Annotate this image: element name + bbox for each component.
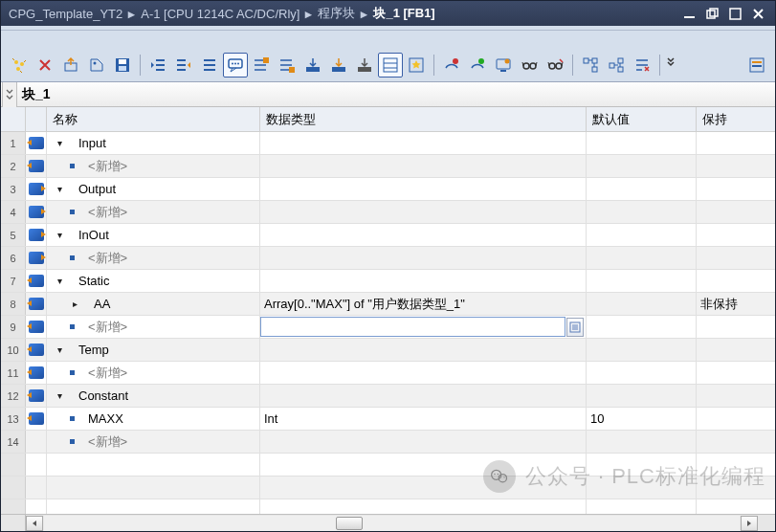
tool-indent-icon[interactable]: [171, 53, 196, 78]
datatype-cell[interactable]: [260, 201, 587, 223]
tool-go-offline-icon[interactable]: [465, 53, 490, 78]
datatype-cell[interactable]: [260, 224, 587, 246]
tool-go-online-icon[interactable]: [439, 53, 464, 78]
row-number[interactable]: 10: [1, 339, 26, 361]
row-number[interactable]: 3: [1, 178, 26, 200]
tool-download-b-icon[interactable]: [326, 53, 351, 78]
datatype-cell[interactable]: [260, 178, 587, 200]
name-cell[interactable]: <新增>: [47, 155, 260, 177]
datatype-cell[interactable]: [260, 132, 587, 154]
datatype-cell[interactable]: Int: [260, 408, 587, 430]
name-cell[interactable]: ▾Output: [47, 178, 260, 200]
retain-cell[interactable]: [697, 132, 775, 154]
datatype-cell[interactable]: Array[0.."MAX"] of "用户数据类型_1": [260, 293, 587, 315]
default-cell[interactable]: [587, 224, 697, 246]
scroll-track[interactable]: [44, 516, 740, 531]
retain-cell[interactable]: [697, 316, 775, 338]
retain-cell[interactable]: [697, 178, 775, 200]
row-number[interactable]: 13: [1, 408, 26, 430]
tool-glasses-alt-icon[interactable]: [543, 53, 567, 78]
default-cell[interactable]: [587, 316, 697, 338]
default-cell[interactable]: [587, 339, 697, 361]
tool-download-a-icon[interactable]: [300, 53, 325, 78]
table-row[interactable]: 14<新增>: [1, 431, 775, 454]
chevron-down-icon[interactable]: ▾: [55, 184, 65, 194]
table-row[interactable]: 10▾Temp: [1, 339, 775, 362]
default-cell[interactable]: [587, 270, 697, 292]
datatype-cell[interactable]: [260, 155, 587, 177]
table-row[interactable]: 3▾Output: [1, 178, 775, 201]
scroll-thumb[interactable]: [336, 517, 363, 530]
tool-monitor-icon[interactable]: [491, 53, 516, 78]
table-row[interactable]: 7▾Static: [1, 270, 775, 293]
maximize-button[interactable]: [723, 4, 746, 23]
horizontal-scrollbar[interactable]: [1, 514, 775, 531]
close-button[interactable]: [746, 4, 769, 23]
table-row[interactable]: 2<新增>: [1, 155, 775, 178]
default-cell[interactable]: [587, 385, 697, 407]
datatype-cell[interactable]: [260, 339, 587, 361]
row-number[interactable]: 6: [1, 247, 26, 269]
col-retain[interactable]: 保持: [697, 107, 775, 131]
datatype-cell[interactable]: [260, 247, 587, 269]
retain-cell[interactable]: [697, 408, 775, 430]
retain-cell[interactable]: [697, 247, 775, 269]
breadcrumb-item[interactable]: A-1 [CPU 1214C AC/DC/Rly]: [141, 7, 299, 21]
chevron-right-icon[interactable]: ▸: [70, 299, 80, 309]
default-cell[interactable]: [587, 178, 697, 200]
table-row[interactable]: 6<新增>: [1, 247, 775, 270]
datatype-cell[interactable]: [260, 270, 587, 292]
tool-call-structure-icon[interactable]: [578, 53, 603, 78]
retain-cell[interactable]: [697, 339, 775, 361]
tool-overflow-icon[interactable]: [665, 53, 676, 78]
datatype-cell[interactable]: [260, 362, 587, 384]
chevron-down-icon[interactable]: ▾: [55, 230, 65, 240]
chevron-down-icon[interactable]: ▾: [55, 390, 65, 401]
name-cell[interactable]: ▾Temp: [47, 339, 260, 361]
tool-delete-icon[interactable]: [33, 53, 57, 78]
default-cell[interactable]: [587, 155, 697, 177]
row-number[interactable]: 7: [1, 270, 26, 292]
table-row[interactable]: 13MAXXInt10: [1, 408, 775, 431]
col-datatype[interactable]: 数据类型: [260, 107, 587, 131]
row-number[interactable]: 5: [1, 224, 26, 246]
row-number[interactable]: 4: [1, 201, 26, 223]
datatype-cell[interactable]: [260, 385, 587, 407]
col-name[interactable]: 名称: [47, 107, 260, 131]
breadcrumb-item[interactable]: CPG_Template_YT2: [9, 7, 122, 21]
row-number[interactable]: 2: [1, 155, 26, 177]
tool-export-icon[interactable]: [58, 53, 83, 78]
tool-glasses-icon[interactable]: [517, 53, 542, 78]
retain-cell[interactable]: [697, 224, 775, 246]
default-cell[interactable]: [587, 132, 697, 154]
tool-tag-icon[interactable]: [84, 53, 109, 78]
tool-compare-icon[interactable]: [630, 53, 654, 78]
name-cell[interactable]: <新增>: [47, 362, 260, 384]
tool-outdent-icon[interactable]: [145, 53, 170, 78]
name-cell[interactable]: <新增>: [47, 247, 260, 269]
name-cell[interactable]: ▸AA: [47, 293, 260, 315]
name-cell[interactable]: <新增>: [47, 316, 260, 338]
row-number[interactable]: 11: [1, 362, 26, 384]
row-number[interactable]: 12: [1, 385, 26, 407]
default-cell[interactable]: [587, 247, 697, 269]
tool-insert-row-b-icon[interactable]: [275, 53, 299, 78]
expand-handle-icon[interactable]: [2, 82, 17, 107]
default-cell[interactable]: [587, 293, 697, 315]
col-default[interactable]: 默认值: [587, 107, 697, 131]
tool-new-sparkle-icon[interactable]: [7, 53, 32, 78]
chevron-down-icon[interactable]: ▾: [55, 276, 65, 286]
chevron-down-icon[interactable]: ▾: [55, 344, 65, 355]
datatype-cell[interactable]: [260, 431, 587, 453]
breadcrumb-item-current[interactable]: 块_1 [FB1]: [373, 5, 434, 22]
tool-save-icon[interactable]: [110, 53, 135, 78]
table-row[interactable]: 8▸AAArray[0.."MAX"] of "用户数据类型_1"非保持: [1, 293, 775, 316]
row-number[interactable]: 8: [1, 293, 26, 315]
scroll-right-button[interactable]: [741, 516, 758, 531]
retain-cell[interactable]: [697, 270, 775, 292]
default-cell[interactable]: [587, 362, 697, 384]
table-row[interactable]: 1▾Input: [1, 132, 775, 155]
default-cell[interactable]: 10: [587, 408, 697, 430]
breadcrumb-item[interactable]: 程序块: [318, 5, 355, 22]
table-row[interactable]: 4<新增>: [1, 201, 775, 224]
